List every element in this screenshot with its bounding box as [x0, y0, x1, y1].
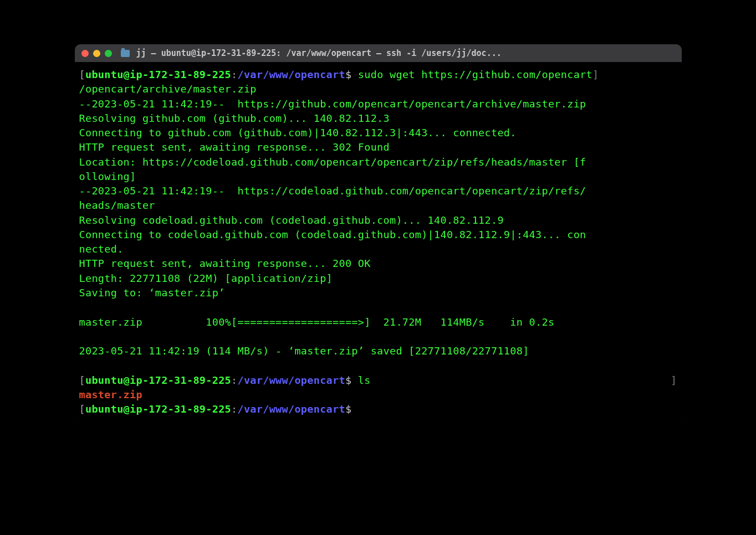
output-blank	[79, 300, 677, 315]
output-line: Resolving codeload.github.com (codeload.…	[79, 213, 677, 228]
output-line: Location: https://codeload.github.com/op…	[79, 155, 677, 169]
ls-output: master.zip	[79, 388, 677, 402]
output-line: --2023-05-21 11:42:19-- https://github.c…	[79, 97, 677, 111]
prompt-user-host: ubuntu@ip-172-31-89-225	[85, 403, 231, 415]
output-line: --2023-05-21 11:42:19-- https://codeload…	[79, 184, 677, 198]
bracket-icon: [	[79, 374, 85, 386]
output-line: heads/master	[79, 198, 677, 213]
command-cont: /opencart/archive/master.zip	[79, 82, 677, 96]
output-blank	[79, 330, 677, 344]
output-line: Length: 22771108 (22M) [application/zip]	[79, 271, 677, 286]
prompt-dollar: $	[345, 403, 351, 415]
minimize-icon[interactable]	[93, 50, 100, 57]
output-line: HTTP request sent, awaiting response... …	[79, 140, 677, 155]
prompt-user-host: ubuntu@ip-172-31-89-225	[85, 374, 231, 386]
command-wget: sudo wget https://github.com/opencart	[351, 69, 592, 80]
output-line: HTTP request sent, awaiting response... …	[79, 256, 677, 271]
output-summary: 2023-05-21 11:42:19 (114 MB/s) - ‘master…	[79, 344, 677, 358]
folder-icon	[121, 50, 130, 57]
title-bar[interactable]: jj — ubuntu@ip-172-31-89-225: /var/www/o…	[75, 44, 682, 62]
output-line: nected.	[79, 242, 677, 256]
terminal-body[interactable]: [ubuntu@ip-172-31-89-225:/var/www/openca…	[75, 62, 682, 424]
output-line: ollowing]	[79, 169, 677, 184]
output-line: Connecting to codeload.github.com (codel…	[79, 228, 677, 242]
bracket-icon: [	[79, 403, 85, 415]
prompt-path: /var/www/opencart	[237, 374, 345, 386]
output-line: Connecting to github.com (github.com)|14…	[79, 126, 677, 140]
prompt-dollar: $	[345, 69, 351, 80]
maximize-icon[interactable]	[105, 50, 112, 57]
prompt-dollar: $	[345, 374, 351, 386]
output-line: Resolving github.com (github.com)... 140…	[79, 111, 677, 126]
prompt-user-host: ubuntu@ip-172-31-89-225	[85, 69, 231, 80]
prompt-line-1: [ubuntu@ip-172-31-89-225:/var/www/openca…	[79, 68, 677, 82]
output-line: Saving to: ‘master.zip’	[79, 286, 677, 300]
window-title: jj — ubuntu@ip-172-31-89-225: /var/www/o…	[136, 48, 502, 58]
prompt-line-2: [ubuntu@ip-172-31-89-225:/var/www/openca…	[79, 373, 677, 388]
bracket-icon: [	[79, 69, 85, 80]
output-blank	[79, 358, 677, 373]
prompt-path: /var/www/opencart	[237, 69, 345, 80]
output-progress: master.zip 100%[===================>] 21…	[79, 315, 677, 330]
prompt-line-3: [ubuntu@ip-172-31-89-225:/var/www/openca…	[79, 402, 677, 416]
file-zip: master.zip	[79, 389, 142, 400]
traffic-lights	[81, 50, 112, 57]
command-ls: ls	[351, 374, 370, 386]
terminal-window: jj — ubuntu@ip-172-31-89-225: /var/www/o…	[75, 44, 682, 424]
close-icon[interactable]	[81, 50, 89, 57]
prompt-path: /var/www/opencart	[237, 403, 345, 415]
bracket-icon: ]	[592, 69, 599, 80]
bracket-icon: ]	[671, 373, 677, 388]
